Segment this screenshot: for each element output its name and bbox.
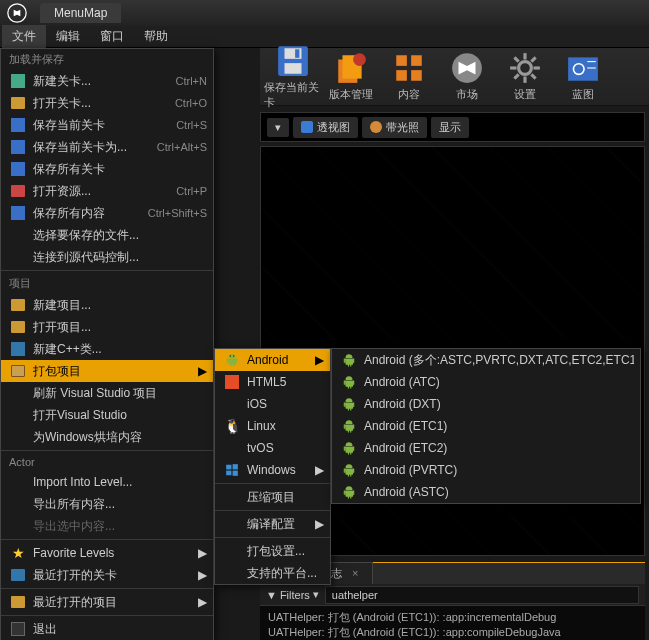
toolbar-source-label: 版本管理 bbox=[329, 87, 373, 102]
shortcut: Ctrl+O bbox=[175, 97, 207, 109]
android-submenu: Android (多个:ASTC,PVRTC,DXT,ATC,ETC2,ETC1… bbox=[331, 348, 641, 504]
menu-open-project[interactable]: 打开项目... bbox=[1, 316, 213, 338]
separator bbox=[1, 270, 213, 271]
menu-favorite-levels[interactable]: ★Favorite Levels▶ bbox=[1, 542, 213, 564]
cook-windows-label: 为Windows烘培内容 bbox=[33, 429, 207, 446]
svg-rect-9 bbox=[411, 55, 422, 66]
toolbar-settings[interactable]: 设置 bbox=[496, 52, 554, 101]
windows-label: Windows bbox=[247, 463, 314, 477]
chevron-right-icon: ▶ bbox=[314, 463, 324, 477]
toolbar-marketplace[interactable]: 市场 bbox=[438, 52, 496, 101]
menu-recent-projects[interactable]: 最近打开的项目▶ bbox=[1, 591, 213, 613]
menu-exit[interactable]: 退出 bbox=[1, 618, 213, 640]
android-icon bbox=[342, 353, 356, 367]
log-search-input[interactable] bbox=[325, 586, 639, 604]
menu-open-asset[interactable]: 打开资源...Ctrl+P bbox=[1, 180, 213, 202]
close-icon[interactable]: × bbox=[352, 567, 358, 579]
menu-choose-files[interactable]: 选择要保存的文件... bbox=[1, 224, 213, 246]
map-tab[interactable]: MenuMap bbox=[40, 3, 121, 23]
star-icon: ★ bbox=[9, 545, 27, 561]
submenu-compress[interactable]: 压缩项目 bbox=[215, 486, 330, 508]
exit-label: 退出 bbox=[33, 621, 207, 638]
menu-package-project[interactable]: 打包项目▶ bbox=[1, 360, 213, 382]
menu-new-project[interactable]: 新建项目... bbox=[1, 294, 213, 316]
android-etc1-label: Android (ETC1) bbox=[364, 419, 634, 433]
menu-connect-source[interactable]: 连接到源代码控制... bbox=[1, 246, 213, 268]
android-astc[interactable]: Android (ASTC) bbox=[332, 481, 640, 503]
submenu-ios[interactable]: iOS bbox=[215, 393, 330, 415]
viewport-show[interactable]: 显示 bbox=[431, 117, 469, 138]
new-project-label: 新建项目... bbox=[33, 297, 207, 314]
menu-window[interactable]: 窗口 bbox=[90, 25, 134, 48]
menu-save-all-levels[interactable]: 保存所有关卡 bbox=[1, 158, 213, 180]
svg-point-27 bbox=[233, 355, 234, 356]
separator bbox=[215, 483, 330, 484]
toolbar-content[interactable]: 内容 bbox=[380, 52, 438, 101]
android-atc[interactable]: Android (ATC) bbox=[332, 371, 640, 393]
submenu-linux[interactable]: 🐧Linux bbox=[215, 415, 330, 437]
svg-rect-4 bbox=[295, 49, 299, 58]
android-pvrtc-label: Android (PVRTC) bbox=[364, 463, 634, 477]
floppy-icon bbox=[11, 206, 25, 220]
submenu-android[interactable]: Android▶ bbox=[215, 349, 330, 371]
menu-edit[interactable]: 编辑 bbox=[46, 25, 90, 48]
toolbar-save[interactable]: 保存当前关卡 bbox=[264, 52, 322, 101]
android-icon bbox=[342, 397, 356, 411]
chevron-right-icon: ▶ bbox=[314, 353, 324, 367]
android-etc2[interactable]: Android (ETC2) bbox=[332, 437, 640, 459]
submenu-html5[interactable]: HTML5 bbox=[215, 371, 330, 393]
favorite-levels-label: Favorite Levels bbox=[33, 546, 197, 560]
choose-files-label: 选择要保存的文件... bbox=[33, 227, 207, 244]
menu-help[interactable]: 帮助 bbox=[134, 25, 178, 48]
viewport-dropdown[interactable]: ▾ bbox=[267, 118, 289, 137]
menu-recent-levels[interactable]: 最近打开的关卡▶ bbox=[1, 564, 213, 586]
viewport-lit[interactable]: 带光照 bbox=[362, 117, 427, 138]
separator bbox=[1, 539, 213, 540]
menu-save-all[interactable]: 保存所有内容Ctrl+Shift+S bbox=[1, 202, 213, 224]
menu-cook-windows[interactable]: 为Windows烘培内容 bbox=[1, 426, 213, 448]
sphere-icon bbox=[370, 121, 382, 133]
menu-file[interactable]: 文件 bbox=[2, 25, 46, 48]
log-filter-bar: ▼ Filters ▾ bbox=[260, 584, 645, 606]
submenu-supported-platforms[interactable]: 支持的平台... bbox=[215, 562, 330, 584]
filters-label: Filters bbox=[280, 589, 310, 601]
output-log[interactable]: UATHelper: 打包 (Android (ETC1)): :app:inc… bbox=[260, 606, 645, 640]
android-icon bbox=[342, 485, 356, 499]
menu-import-into-level[interactable]: Import Into Level... bbox=[1, 471, 213, 493]
svg-rect-11 bbox=[411, 70, 422, 81]
menu-export-all[interactable]: 导出所有内容... bbox=[1, 493, 213, 515]
menu-new-cpp[interactable]: 新建C++类... bbox=[1, 338, 213, 360]
shortcut: Ctrl+Shift+S bbox=[148, 207, 207, 219]
menu-new-level[interactable]: 新建关卡...Ctrl+N bbox=[1, 70, 213, 92]
android-multi[interactable]: Android (多个:ASTC,PVRTC,DXT,ATC,ETC2,ETC1… bbox=[332, 349, 640, 371]
svg-line-21 bbox=[531, 57, 535, 61]
gear-icon bbox=[508, 51, 542, 85]
android-dxt[interactable]: Android (DXT) bbox=[332, 393, 640, 415]
svg-rect-31 bbox=[233, 471, 238, 476]
separator bbox=[1, 615, 213, 616]
menu-open-vs[interactable]: 打开Visual Studio bbox=[1, 404, 213, 426]
svg-point-26 bbox=[230, 355, 231, 356]
android-pvrtc[interactable]: Android (PVRTC) bbox=[332, 459, 640, 481]
android-etc1[interactable]: Android (ETC1) bbox=[332, 415, 640, 437]
toolbar-blueprints[interactable]: 蓝图 bbox=[554, 52, 612, 101]
menu-refresh-vs[interactable]: 刷新 Visual Studio 项目 bbox=[1, 382, 213, 404]
menu-save-current-as[interactable]: 保存当前关卡为...Ctrl+Alt+S bbox=[1, 136, 213, 158]
submenu-windows[interactable]: Windows▶ bbox=[215, 459, 330, 481]
save-as-label: 保存当前关卡为... bbox=[33, 139, 149, 156]
svg-rect-28 bbox=[226, 465, 231, 470]
html5-label: HTML5 bbox=[247, 375, 324, 389]
menu-open-level[interactable]: 打开关卡...Ctrl+O bbox=[1, 92, 213, 114]
toolbar-source-control[interactable]: 版本管理 bbox=[322, 52, 380, 101]
windows-icon bbox=[225, 463, 239, 477]
filters-dropdown[interactable]: ▼ Filters ▾ bbox=[266, 588, 319, 601]
viewport-perspective[interactable]: 透视图 bbox=[293, 117, 358, 138]
svg-point-7 bbox=[353, 53, 366, 66]
submenu-pack-settings[interactable]: 打包设置... bbox=[215, 540, 330, 562]
submenu-compile-config[interactable]: 编译配置▶ bbox=[215, 513, 330, 535]
export-selected-label: 导出选中内容... bbox=[33, 518, 207, 535]
separator bbox=[1, 588, 213, 589]
menu-save-current[interactable]: 保存当前关卡Ctrl+S bbox=[1, 114, 213, 136]
submenu-tvos[interactable]: tvOS bbox=[215, 437, 330, 459]
viewport-toolbar: ▾ 透视图 带光照 显示 bbox=[260, 112, 645, 142]
